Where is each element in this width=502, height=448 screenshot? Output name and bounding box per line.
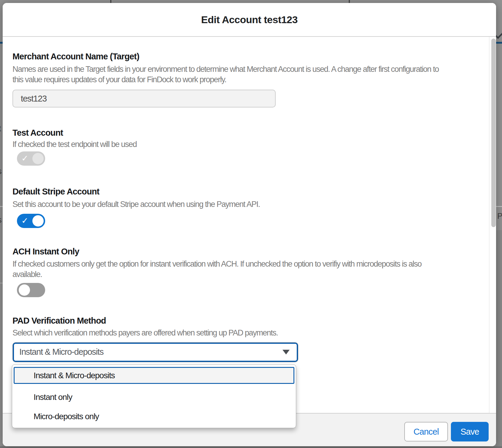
- default-stripe-account-description-line: Set this account to be your default Stri…: [12, 199, 260, 210]
- pad-verification-method-label: PAD Verification Method: [12, 316, 106, 326]
- toggle-knob: [32, 153, 44, 164]
- merchant-account-name-input[interactable]: test123: [12, 90, 276, 107]
- obscured-text-fragment: s: [0, 216, 1, 225]
- test-account-toggle[interactable]: ✓: [17, 151, 45, 166]
- save-button[interactable]: Save: [451, 422, 489, 441]
- modal-title: Edit Account test123: [3, 3, 496, 36]
- merchant-account-name-label: Merchant Account Name (Target): [12, 52, 139, 61]
- pad-verification-method-select[interactable]: Instant & Micro-deposits: [12, 342, 298, 362]
- dropdown-option-micro-deposits-only[interactable]: Micro-deposits only: [12, 407, 296, 426]
- edit-account-modal: Edit Account test123 Merchant Account Na…: [3, 3, 496, 446]
- ach-instant-only-label: ACH Instant Only: [12, 247, 79, 257]
- page-backdrop: nt s s PS Edit Account test123 Merchant …: [0, 0, 502, 448]
- test-account-description-line: If checked the test endpoint will be use…: [12, 139, 137, 150]
- modal-header: Edit Account test123: [3, 3, 496, 37]
- ach-instant-only-description-line: If checked customers only get the option…: [12, 259, 422, 269]
- pad-verification-method-dropdown: Instant & Micro-deposits Instant only Mi…: [12, 364, 296, 428]
- obscured-text-fragment: s: [0, 167, 1, 176]
- ach-instant-only-toggle[interactable]: [17, 283, 45, 297]
- test-account-label: Test Account: [12, 128, 63, 138]
- checkmark-icon: ✓: [21, 215, 28, 227]
- merchant-account-name-description-line: this value requires updates of your data…: [12, 75, 226, 85]
- default-stripe-account-label: Default Stripe Account: [12, 187, 99, 197]
- pad-verification-method-selected-value: Instant & Micro-deposits: [19, 343, 103, 361]
- toggle-knob: [32, 215, 44, 227]
- merchant-account-name-value: test123: [21, 90, 47, 107]
- backdrop-shade: [0, 446, 502, 448]
- dropdown-option-instant-and-micro-deposits[interactable]: Instant & Micro-deposits: [14, 367, 294, 384]
- scrollbar-thumb[interactable]: [491, 39, 496, 227]
- obscured-text-fragment: nt: [0, 124, 1, 133]
- pad-verification-method-description-line: Select which verification methods payers…: [12, 328, 278, 338]
- default-stripe-account-toggle[interactable]: ✓: [17, 214, 45, 228]
- caret-down-icon: [282, 350, 290, 354]
- backdrop-shade: [496, 230, 502, 448]
- dropdown-option-instant-only[interactable]: Instant only: [12, 388, 296, 407]
- toggle-knob: [19, 284, 30, 296]
- ach-instant-only-description-line: available.: [12, 269, 42, 280]
- obscured-text-fragment: PS: [497, 212, 502, 221]
- cancel-button[interactable]: Cancel: [404, 422, 448, 441]
- scroll-area-divider: [489, 37, 490, 413]
- checkmark-icon: ✓: [21, 153, 28, 164]
- merchant-account-name-description-line: Names are used in the Target fields in y…: [12, 64, 439, 75]
